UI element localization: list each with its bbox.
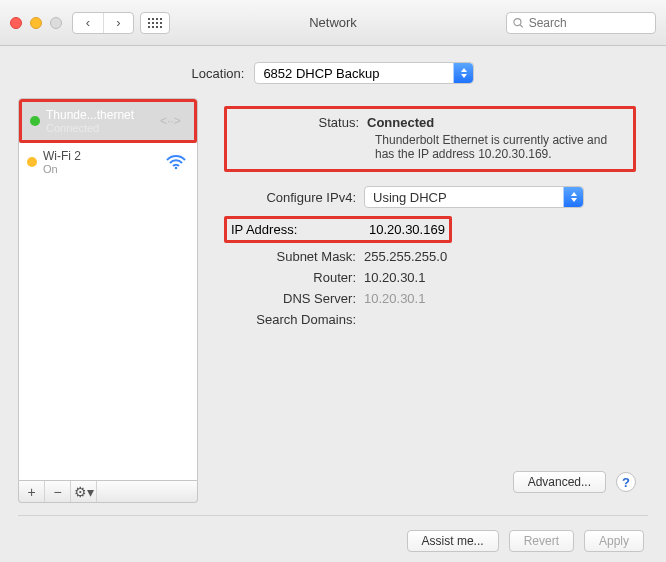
interface-actions-menu[interactable]: ⚙︎▾ — [71, 481, 97, 502]
wifi-icon — [163, 153, 189, 171]
nav-back-forward: ‹ › — [72, 12, 134, 34]
svg-point-0 — [514, 18, 521, 25]
dropdown-arrows-icon — [563, 187, 583, 207]
show-all-button[interactable] — [140, 12, 170, 34]
svg-text:<··>: <··> — [160, 114, 181, 128]
assist-me-button[interactable]: Assist me... — [407, 530, 499, 552]
location-value: 6852 DHCP Backup — [263, 66, 379, 81]
add-interface-button[interactable]: + — [19, 481, 45, 502]
highlight-status-box: Status: Connected Thunderbolt Ethernet i… — [224, 106, 636, 172]
status-dot-icon — [27, 157, 37, 167]
search-field[interactable] — [506, 12, 656, 34]
revert-button[interactable]: Revert — [509, 530, 574, 552]
window-controls — [10, 17, 62, 29]
search-input[interactable] — [529, 16, 649, 30]
sidebar-item-label: Thunde...thernet — [46, 108, 154, 122]
detail-pane: Status: Connected Thunderbolt Ethernet i… — [212, 98, 648, 503]
subnet-mask-label: Subnet Mask: — [224, 249, 364, 264]
dns-server-label: DNS Server: — [224, 291, 364, 306]
sidebar-item-wifi[interactable]: Wi-Fi 2 On — [19, 143, 197, 181]
interface-list: Thunde...thernet Connected <··> Wi-Fi — [18, 98, 198, 481]
ip-address-label: IP Address: — [231, 222, 363, 237]
close-window-button[interactable] — [10, 17, 22, 29]
highlight-ip-box: IP Address: 10.20.30.169 — [224, 216, 452, 243]
ethernet-icon: <··> — [160, 112, 186, 130]
highlight-selected-interface: Thunde...thernet Connected <··> — [19, 99, 197, 143]
advanced-button[interactable]: Advanced... — [513, 471, 606, 493]
router-label: Router: — [224, 270, 364, 285]
location-label: Location: — [192, 66, 245, 81]
svg-point-3 — [175, 167, 178, 170]
svg-line-1 — [520, 24, 523, 27]
status-description: Thunderbolt Ethernet is currently active… — [375, 133, 627, 161]
remove-interface-button[interactable]: − — [45, 481, 71, 502]
subnet-mask-value: 255.255.255.0 — [364, 249, 636, 264]
configure-ipv4-value: Using DHCP — [373, 190, 447, 205]
configure-ipv4-select[interactable]: Using DHCP — [364, 186, 584, 208]
forward-button[interactable]: › — [103, 13, 133, 33]
location-select[interactable]: 6852 DHCP Backup — [254, 62, 474, 84]
sidebar-item-sub: On — [43, 163, 157, 175]
location-row: Location: 6852 DHCP Backup — [18, 62, 648, 84]
search-icon — [513, 17, 524, 29]
status-dot-icon — [30, 116, 40, 126]
dns-server-value: 10.20.30.1 — [364, 291, 636, 306]
sidebar-item-sub: Connected — [46, 122, 154, 134]
configure-ipv4-label: Configure IPv4: — [224, 190, 364, 205]
status-value: Connected — [367, 115, 627, 130]
status-label: Status: — [227, 115, 367, 130]
grid-icon — [148, 18, 162, 28]
sidebar-item-ethernet[interactable]: Thunde...thernet Connected <··> — [22, 102, 194, 140]
apply-button[interactable]: Apply — [584, 530, 644, 552]
router-value: 10.20.30.1 — [364, 270, 636, 285]
sidebar-item-label: Wi-Fi 2 — [43, 149, 157, 163]
sidebar-footer: + − ⚙︎▾ — [18, 481, 198, 503]
help-button[interactable]: ? — [616, 472, 636, 492]
bottom-bar: Assist me... Revert Apply — [18, 515, 648, 552]
search-domains-label: Search Domains: — [224, 312, 364, 327]
zoom-window-button[interactable] — [50, 17, 62, 29]
sidebar-container: Thunde...thernet Connected <··> Wi-Fi — [18, 98, 198, 503]
window-title: Network — [309, 15, 357, 30]
dropdown-arrows-icon — [453, 63, 473, 83]
minimize-window-button[interactable] — [30, 17, 42, 29]
titlebar: ‹ › Network — [0, 0, 666, 46]
ip-address-value: 10.20.30.169 — [363, 222, 445, 237]
back-button[interactable]: ‹ — [73, 13, 103, 33]
